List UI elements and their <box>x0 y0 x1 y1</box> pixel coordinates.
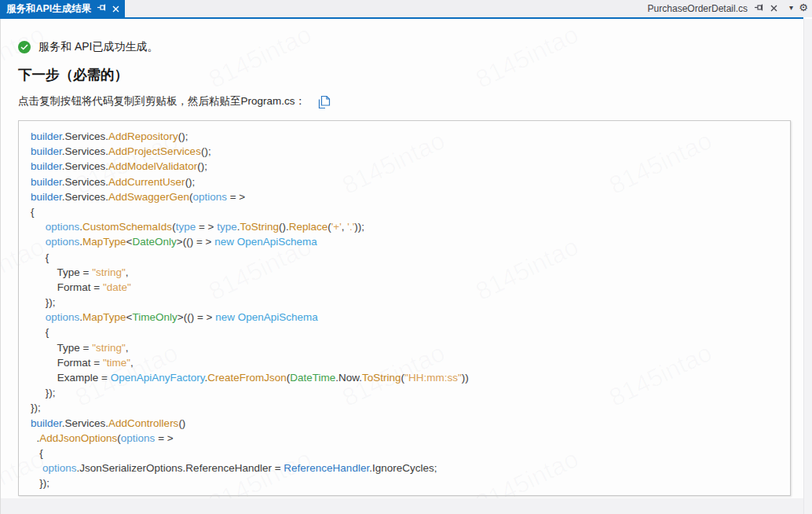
document-content: 8145intao8145intao8145intao8145intao8145… <box>0 19 803 514</box>
scrollbar-track[interactable] <box>803 19 812 514</box>
code-block: builder.Services.AddRepository();builder… <box>18 120 791 496</box>
code-line: }); <box>31 385 790 400</box>
instruction-text: 点击复制按钮将代码复制到剪贴板，然后粘贴至Program.cs： <box>18 94 305 108</box>
code-line: options.JsonSerializerOptions.ReferenceH… <box>31 461 790 475</box>
code-line: }); <box>31 295 790 310</box>
code-line: builder.Services.AddModelValidator(); <box>31 159 790 174</box>
code-line: Type = "string", <box>31 340 790 355</box>
code-line: { <box>31 325 790 340</box>
code-line: }); <box>31 475 790 490</box>
next-step-heading: 下一步（必需的） <box>18 65 128 84</box>
code-line: builder.Services.AddControllers() <box>31 416 790 431</box>
code-line: { <box>31 250 790 265</box>
code-line: Format = "time", <box>31 355 790 370</box>
gear-icon[interactable]: ⚙ <box>799 2 808 13</box>
code-line: }); <box>31 400 790 415</box>
code-line: { <box>31 204 790 219</box>
code-line: options.MapType<TimeOnly>(() = > new Ope… <box>31 310 790 325</box>
code-line: builder.Services.AddSwaggerGen(options =… <box>31 189 790 204</box>
tab-title: 服务和API生成结果 <box>6 2 91 16</box>
tab-title: PurchaseOrderDetail.cs <box>648 3 748 14</box>
success-message-row: 服务和 API已成功生成。 <box>18 40 158 54</box>
code-line: Type = "string", <box>31 265 790 280</box>
code-line: Format = "date" <box>31 280 790 295</box>
success-message: 服务和 API已成功生成。 <box>38 40 158 54</box>
code-line: options.CustomSchemaIds(type = > type.To… <box>31 219 790 234</box>
close-icon[interactable] <box>112 2 119 16</box>
code-line: options.MapType<DateOnly>(() = > new Ope… <box>31 234 790 249</box>
tab-purchase-order-detail[interactable]: PurchaseOrderDetail.cs <box>648 0 777 17</box>
code-line: Example = OpenApiAnyFactory.CreateFromJs… <box>31 370 790 385</box>
pin-icon[interactable] <box>754 2 764 15</box>
pin-icon[interactable] <box>97 2 107 16</box>
code-line: { <box>31 446 790 461</box>
code-line: builder.Services.AddCurrentUser(); <box>31 174 790 189</box>
close-icon[interactable] <box>770 3 777 14</box>
bottom-strip <box>1 498 804 514</box>
vs-window: 服务和API生成结果 PurchaseOrderDetail.cs ▾ ⚙ 81… <box>0 0 812 514</box>
code-line: .AddJsonOptions(options = > <box>31 431 790 446</box>
success-check-icon <box>18 41 31 53</box>
tab-bar: 服务和API生成结果 PurchaseOrderDetail.cs ▾ ⚙ <box>0 0 812 17</box>
chevron-down-icon[interactable]: ▾ <box>789 3 793 12</box>
instruction-row: 点击复制按钮将代码复制到剪贴板，然后粘贴至Program.cs： <box>18 94 330 108</box>
code-line: builder.Services.AddRepository(); <box>31 129 790 144</box>
code-line: builder.Services.AddProjectServices(); <box>31 144 790 159</box>
tab-generation-result[interactable]: 服务和API生成结果 <box>0 0 125 17</box>
copy-icon[interactable] <box>318 95 330 108</box>
